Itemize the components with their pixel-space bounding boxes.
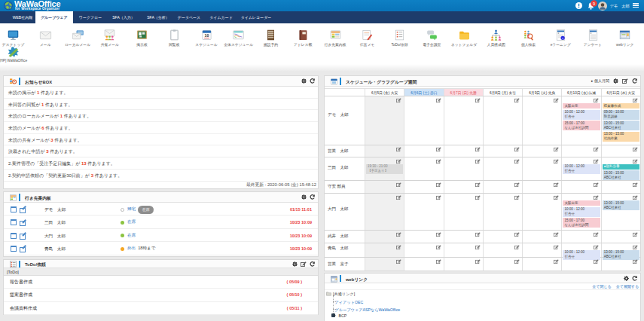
svg-text:10: 10 [204,33,209,38]
svg-text:9: 9 [592,1,594,5]
svg-text:e: e [562,36,563,40]
